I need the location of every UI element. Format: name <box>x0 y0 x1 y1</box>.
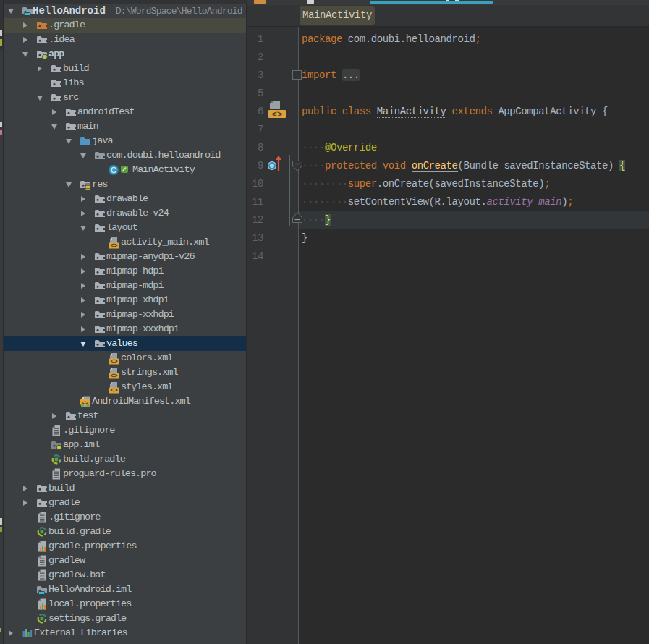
svg-text:<>: <> <box>110 242 117 249</box>
svg-text:<>: <> <box>110 387 117 394</box>
svg-text:<>: <> <box>110 373 117 379</box>
svg-text:<>: <> <box>110 358 117 365</box>
svg-text:C: C <box>111 166 116 174</box>
svg-text:<>: <> <box>272 110 282 119</box>
